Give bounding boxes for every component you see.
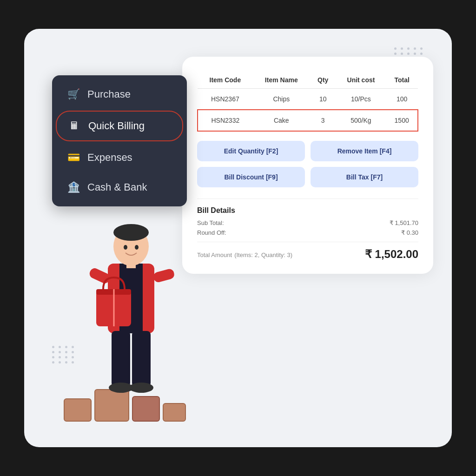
- cell-unit-cost: 10/Pcs: [336, 89, 386, 110]
- sidebar-item-expenses-label: Expenses: [87, 152, 132, 164]
- edit-quantity-button[interactable]: Edit Quantity [F2]: [197, 141, 305, 161]
- cash-bank-icon: 🏦: [67, 181, 80, 193]
- sub-total-label: Sub Total:: [197, 219, 224, 226]
- cell-total: 100: [386, 89, 418, 110]
- sub-total-row: Sub Total: ₹ 1,501.70: [197, 219, 418, 226]
- svg-rect-13: [132, 331, 151, 387]
- cell-item-code: HSN2367: [198, 89, 253, 110]
- cell-unit-cost-highlighted: 500/Kg: [336, 110, 386, 131]
- total-amount-value: ₹ 1,502.00: [365, 248, 418, 261]
- round-off-row: Round Off: ₹ 0.30: [197, 229, 418, 236]
- sidebar-menu: 🛒 Purchase 🖩 Quick Billing 💳 Expenses 🏦 …: [52, 75, 187, 206]
- sidebar-item-purchase[interactable]: 🛒 Purchase: [56, 80, 183, 109]
- round-off-value: ₹ 0.30: [401, 229, 418, 236]
- svg-point-15: [129, 383, 153, 393]
- svg-rect-12: [112, 331, 130, 387]
- table-row[interactable]: HSN2367 Chips 10 10/Pcs 100: [198, 89, 418, 110]
- bill-tax-button[interactable]: Bill Tax [F7]: [311, 167, 418, 187]
- bill-details-section: Bill Details Sub Total: ₹ 1,501.70 Round…: [197, 198, 418, 261]
- quick-billing-icon: 🖩: [68, 120, 81, 132]
- cell-total-highlighted: 1500: [386, 110, 418, 131]
- cell-item-name: Chips: [253, 89, 310, 110]
- svg-point-3: [113, 224, 149, 241]
- sidebar-item-purchase-label: Purchase: [87, 88, 131, 100]
- expenses-icon: 💳: [67, 152, 80, 164]
- svg-rect-7: [88, 267, 111, 285]
- cell-qty: 10: [310, 89, 336, 110]
- svg-rect-6: [126, 263, 136, 268]
- sidebar-item-quick-billing[interactable]: 🖩 Quick Billing: [56, 111, 183, 141]
- bill-discount-button[interactable]: Bill Discount [F9]: [197, 167, 305, 187]
- svg-point-5: [135, 245, 139, 250]
- sidebar-item-quick-billing-label: Quick Billing: [88, 120, 145, 132]
- total-meta: (Items: 2, Quantity: 3): [234, 251, 292, 258]
- col-header-qty: Qty: [310, 72, 336, 89]
- cell-qty-highlighted: 3: [310, 110, 336, 131]
- total-amount-row: Total Amount (Items: 2, Quantity: 3) ₹ 1…: [197, 242, 418, 261]
- purchase-icon: 🛒: [67, 88, 80, 100]
- col-header-item-name: Item Name: [253, 72, 310, 89]
- round-off-label: Round Off:: [197, 229, 226, 236]
- table-row-highlighted[interactable]: HSN2332 Cake 3 500/Kg 1500: [198, 110, 418, 131]
- sub-total-value: ₹ 1,501.70: [390, 219, 418, 226]
- remove-item-button[interactable]: Remove Item [F4]: [311, 141, 418, 161]
- total-amount-label: Total Amount (Items: 2, Quantity: 3): [197, 250, 292, 259]
- svg-point-4: [124, 245, 127, 250]
- outer-container: 🛒 Purchase 🖩 Quick Billing 💳 Expenses 🏦 …: [24, 29, 452, 447]
- billing-card: Item Code Item Name Qty Unit cost Total …: [182, 57, 433, 274]
- cell-item-code-highlighted: HSN2332: [198, 110, 253, 131]
- billing-table: Item Code Item Name Qty Unit cost Total …: [197, 72, 418, 132]
- sidebar-item-cash-bank[interactable]: 🏦 Cash & Bank: [56, 173, 183, 202]
- total-label-text: Total Amount: [197, 251, 232, 258]
- action-buttons-grid: Edit Quantity [F2] Remove Item [F4] Bill…: [197, 141, 418, 187]
- col-header-total: Total: [386, 72, 418, 89]
- sidebar-item-expenses[interactable]: 💳 Expenses: [56, 143, 183, 172]
- sidebar-item-cash-bank-label: Cash & Bank: [87, 181, 147, 193]
- cell-item-name-highlighted: Cake: [253, 110, 310, 131]
- svg-rect-8: [152, 268, 175, 283]
- col-header-unit-cost: Unit cost: [336, 72, 386, 89]
- bill-details-title: Bill Details: [197, 206, 418, 215]
- col-header-item-code: Item Code: [198, 72, 253, 89]
